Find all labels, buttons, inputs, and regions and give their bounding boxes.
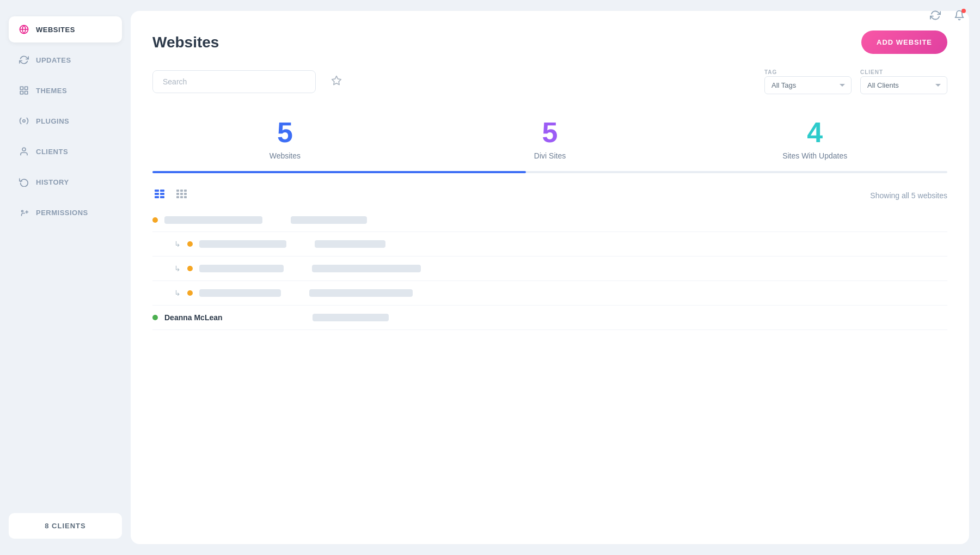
sidebar-item-label: PERMISSIONS <box>36 209 88 217</box>
grid-view-button[interactable] <box>174 188 189 202</box>
svg-rect-16 <box>155 196 159 198</box>
table-row: ↳ <box>152 232 947 257</box>
tag-filter-group: TAG All Tags <box>764 69 852 94</box>
stats-row: 5 Websites 5 Divi Sites 4 Sites With Upd… <box>152 112 947 171</box>
svg-rect-14 <box>155 193 159 195</box>
website-url <box>313 314 389 321</box>
website-url <box>312 265 421 272</box>
status-indicator <box>187 290 193 296</box>
website-name <box>199 265 284 272</box>
stat-updates-number: 4 <box>682 117 947 148</box>
svg-rect-3 <box>25 87 28 89</box>
stat-divi-sites: 5 Divi Sites <box>418 112 683 171</box>
sidebar-item-history[interactable]: HISTORY <box>9 169 122 195</box>
permissions-icon <box>19 207 29 218</box>
stat-updates: 4 Sites With Updates <box>682 112 947 171</box>
progress-bar <box>152 171 947 173</box>
notification-badge <box>961 9 966 13</box>
sidebar-item-label: HISTORY <box>36 178 69 186</box>
history-icon <box>19 176 29 187</box>
sub-arrow-icon: ↳ <box>174 240 181 248</box>
list-controls: Showing all 5 websites <box>152 188 947 202</box>
main-header: Websites ADD WEBSITE <box>152 31 947 54</box>
sidebar-item-label: CLIENTS <box>36 148 68 156</box>
app-layout: WEBSITES UPDATES THEMES <box>0 0 980 555</box>
svg-point-8 <box>22 210 23 212</box>
page-title: Websites <box>152 34 219 51</box>
svg-rect-20 <box>184 190 187 192</box>
status-indicator <box>152 315 158 320</box>
svg-rect-23 <box>184 193 187 195</box>
topbar <box>915 0 980 31</box>
plugins-icon <box>19 115 29 126</box>
stat-updates-label: Sites With Updates <box>682 151 947 160</box>
tag-filter-select[interactable]: All Tags <box>764 76 852 94</box>
stat-websites-label: Websites <box>152 151 418 160</box>
sidebar-item-plugins[interactable]: PLUGINS <box>9 108 122 134</box>
search-input[interactable] <box>152 70 316 93</box>
svg-marker-11 <box>332 76 341 84</box>
arrow-annotation <box>131 307 136 328</box>
table-row: Deanna McLean <box>152 306 947 330</box>
svg-rect-15 <box>160 193 164 195</box>
list-view-button[interactable] <box>152 188 168 202</box>
stat-websites: 5 Websites <box>152 112 418 171</box>
svg-rect-25 <box>180 196 183 198</box>
status-indicator <box>187 241 193 247</box>
website-name <box>164 216 262 224</box>
sidebar: WEBSITES UPDATES THEMES <box>0 0 131 555</box>
sidebar-item-websites[interactable]: WEBSITES <box>9 16 122 42</box>
add-website-button[interactable]: ADD WEBSITE <box>861 31 947 54</box>
tag-filter-label: TAG <box>764 69 852 75</box>
refresh-icon[interactable] <box>928 8 943 23</box>
client-filter-select[interactable]: All Clients <box>860 76 947 94</box>
filter-row: TAG All Tags CLIENT All Clients <box>152 69 947 94</box>
red-arrow <box>131 307 136 328</box>
website-url <box>315 240 385 248</box>
main-content: Websites ADD WEBSITE TAG All Tags CLIENT <box>131 11 969 544</box>
sidebar-item-permissions[interactable]: PERMISSIONS <box>9 199 122 225</box>
stat-websites-number: 5 <box>152 117 418 148</box>
sidebar-item-label: THEMES <box>36 87 67 95</box>
list-count: Showing all 5 websites <box>870 191 947 200</box>
updates-icon <box>19 54 29 65</box>
svg-rect-13 <box>160 190 164 192</box>
svg-rect-4 <box>20 92 23 94</box>
svg-rect-12 <box>155 190 159 192</box>
svg-rect-17 <box>160 196 164 198</box>
client-filter-label: CLIENT <box>860 69 947 75</box>
bell-icon[interactable] <box>952 8 967 23</box>
stat-divi-number: 5 <box>418 117 683 148</box>
svg-rect-18 <box>176 190 179 192</box>
website-name <box>199 240 286 248</box>
website-name: Deanna McLean <box>164 313 284 322</box>
favorites-button[interactable] <box>327 73 346 91</box>
sidebar-item-clients[interactable]: CLIENTS <box>9 138 122 164</box>
svg-rect-26 <box>184 196 187 198</box>
themes-icon <box>19 85 29 96</box>
status-indicator <box>187 266 193 271</box>
clients-badge: 8 CLIENTS <box>9 513 122 539</box>
sidebar-item-label: WEBSITES <box>36 26 75 34</box>
svg-rect-5 <box>25 92 28 94</box>
table-row <box>152 209 947 232</box>
website-name <box>199 289 281 297</box>
globe-icon <box>19 24 29 35</box>
svg-point-6 <box>23 120 26 123</box>
svg-point-7 <box>22 148 26 151</box>
table-row: ↳ <box>152 281 947 306</box>
svg-rect-21 <box>176 193 179 195</box>
sidebar-item-label: UPDATES <box>36 56 71 64</box>
stat-divi-label: Divi Sites <box>418 151 683 160</box>
website-url <box>291 216 367 224</box>
sidebar-item-themes[interactable]: THEMES <box>9 77 122 103</box>
table-row: ↳ <box>152 257 947 281</box>
svg-rect-2 <box>20 87 23 89</box>
clients-icon <box>19 146 29 157</box>
sidebar-item-updates[interactable]: UPDATES <box>9 47 122 73</box>
sidebar-item-label: PLUGINS <box>36 117 69 125</box>
svg-rect-19 <box>180 190 183 192</box>
sub-arrow-icon: ↳ <box>174 289 181 297</box>
client-filter-group: CLIENT All Clients <box>860 69 947 94</box>
website-list: ↳ ↳ ↳ <box>152 209 947 330</box>
